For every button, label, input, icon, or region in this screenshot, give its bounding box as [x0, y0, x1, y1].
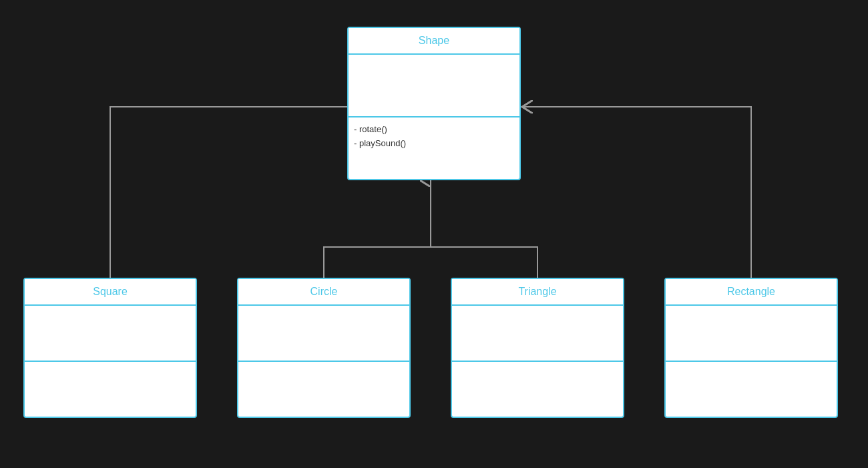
circle-triangle-horizontal-bar: [324, 247, 537, 278]
circle-class-box: Circle: [237, 278, 411, 418]
circle-methods-section: [238, 362, 409, 417]
square-attributes-section: [25, 306, 196, 362]
triangle-class-header: Triangle: [452, 279, 623, 306]
rectangle-class-box: Rectangle: [664, 278, 838, 418]
triangle-methods-section: [452, 362, 623, 417]
shape-attributes-section: [349, 55, 519, 118]
circle-class-header: Circle: [238, 279, 409, 306]
square-class-header: Square: [25, 279, 196, 306]
triangle-attributes-section: [452, 306, 623, 362]
shape-methods-section: - rotate() - playSound(): [349, 118, 519, 179]
square-methods-section: [25, 362, 196, 417]
diagram-canvas: Shape - rotate() - playSound() Square Ci…: [0, 0, 868, 468]
shape-class-box: Shape - rotate() - playSound(): [347, 27, 521, 180]
shape-class-header: Shape: [349, 28, 519, 55]
square-to-shape-connector: [110, 107, 347, 278]
rectangle-methods-section: [666, 362, 837, 417]
square-class-box: Square: [23, 278, 197, 418]
circle-attributes-section: [238, 306, 409, 362]
shape-method-2: - playSound(): [354, 137, 514, 151]
triangle-class-box: Triangle: [451, 278, 624, 418]
rectangle-attributes-section: [666, 306, 837, 362]
rectangle-to-shape-connector: [522, 107, 751, 278]
shape-method-1: - rotate(): [354, 123, 514, 137]
rectangle-class-header: Rectangle: [666, 279, 837, 306]
